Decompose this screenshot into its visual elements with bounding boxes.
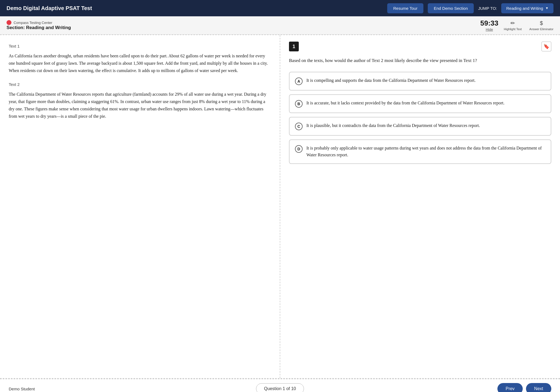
section-label: Section: Reading and Writing [7, 25, 475, 30]
strikethrough-icon: $ [540, 20, 543, 26]
compass-logo-icon [7, 20, 11, 25]
timer-area: 59:33 Hide [480, 19, 499, 32]
pencil-icon: ✏ [510, 20, 515, 26]
jump-to-value: Reading and Writing [506, 6, 543, 11]
org-info: Compass Testing Center [7, 20, 475, 25]
next-button[interactable]: Next [526, 383, 551, 392]
choice-letter-a: A [295, 77, 303, 85]
text2-label: Text 2 [9, 82, 271, 87]
bookmark-icon: 🔖 [543, 43, 549, 49]
question-header: 1 🔖 [289, 42, 551, 51]
choice-letter-b: B [295, 100, 303, 108]
choice-text-b: It is accurate, but it lacks context pro… [306, 100, 504, 107]
resume-tour-button[interactable]: Resume Tour [387, 3, 423, 13]
jump-to-button[interactable]: Reading and Writing ▼ [501, 3, 553, 13]
answer-choice-b[interactable]: B It is accurate, but it lacks context p… [289, 94, 551, 113]
jump-to-label: JUMP TO: [478, 6, 497, 11]
end-demo-button[interactable]: End Demo Section [428, 3, 474, 13]
highlight-text-label: Highlight Text [504, 27, 522, 31]
bottom-bar: Demo Student Question 1 of 10 Prev Next [0, 379, 560, 392]
answer-choice-a[interactable]: A It is compelling and supports the data… [289, 72, 551, 91]
choice-letter-d: D [295, 145, 303, 153]
question-counter: Question 1 of 10 [256, 383, 304, 392]
passage-panel: Text 1 As California faces another droug… [0, 35, 280, 378]
choice-letter-c: C [295, 123, 303, 130]
answer-eliminator-label: Answer Eliminator [529, 27, 553, 31]
bookmark-button[interactable]: 🔖 [541, 42, 551, 51]
subheader: Compass Testing Center Section: Reading … [0, 16, 560, 35]
text1-label: Text 1 [9, 44, 271, 48]
choice-text-d: It is probably only applicable to water … [306, 145, 545, 158]
highlight-text-button[interactable]: ✏ Highlight Text [504, 20, 522, 31]
text2-body: The California Department of Water Resou… [9, 91, 271, 120]
hide-timer-button[interactable]: Hide [486, 27, 493, 32]
answer-choice-c[interactable]: C It is plausible, but it contradicts th… [289, 117, 551, 136]
choice-text-c: It is plausible, but it contradicts the … [306, 122, 480, 129]
main-content: Text 1 As California faces another droug… [0, 35, 560, 378]
timer-display: 59:33 [480, 19, 499, 27]
top-nav: Demo Digital Adaptive PSAT Test Resume T… [0, 0, 560, 16]
prev-button[interactable]: Prev [497, 383, 523, 392]
answer-choice-d[interactable]: D It is probably only applicable to wate… [289, 139, 551, 164]
student-name: Demo Student [9, 387, 256, 391]
tools-area: ✏ Highlight Text $ Answer Eliminator [504, 20, 553, 31]
chevron-down-icon: ▼ [545, 6, 549, 10]
answer-choices-container: A It is compelling and supports the data… [289, 72, 551, 164]
question-text: Based on the texts, how would the author… [289, 57, 551, 64]
app-title: Demo Digital Adaptive PSAT Test [7, 5, 383, 11]
choice-text-a: It is compelling and supports the data f… [306, 77, 476, 84]
nav-buttons: Prev Next [304, 383, 551, 392]
subheader-left: Compass Testing Center Section: Reading … [7, 20, 475, 30]
question-panel: 1 🔖 Based on the texts, how would the au… [280, 35, 560, 378]
question-number-badge: 1 [289, 42, 299, 51]
answer-eliminator-button[interactable]: $ Answer Eliminator [529, 20, 553, 31]
text1-body: As California faces another drought, urb… [9, 52, 271, 74]
org-name: Compass Testing Center [14, 21, 52, 25]
